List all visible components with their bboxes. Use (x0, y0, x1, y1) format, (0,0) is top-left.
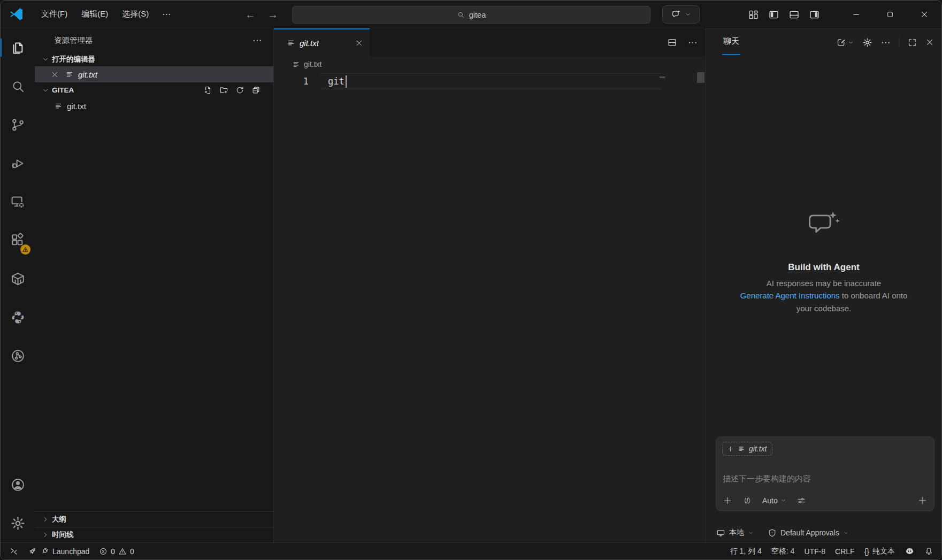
language-mode-status[interactable]: {} 纯文本 (860, 543, 900, 560)
remote-indicator[interactable] (5, 543, 23, 560)
launchpad-status-item[interactable]: Launchpad (23, 543, 94, 560)
window-controls (839, 1, 941, 28)
tree-item-git-txt[interactable]: git.txt (35, 98, 273, 114)
activity-search[interactable] (1, 67, 35, 105)
activity-remote-explorer[interactable] (1, 182, 35, 221)
activity-git-graph[interactable] (1, 336, 35, 375)
activity-extensions[interactable] (1, 221, 35, 259)
activity-containers[interactable] (1, 259, 35, 298)
sidebar-more-actions-button[interactable]: ⋯ (252, 35, 262, 46)
add-context-button[interactable] (723, 496, 732, 505)
refresh-explorer-button[interactable] (235, 86, 244, 95)
language-label: 纯文本 (872, 547, 895, 556)
menu-file[interactable]: 文件(F) (34, 6, 74, 22)
remote-explorer-icon (10, 194, 26, 210)
model-picker[interactable]: Auto (762, 496, 786, 505)
close-panel-button[interactable] (925, 38, 934, 47)
collapse-folders-button[interactable] (251, 86, 261, 95)
close-window-button[interactable] (907, 1, 941, 28)
tab-git-txt[interactable]: git.txt (274, 28, 370, 56)
welcome-title: Build with Agent (788, 262, 859, 273)
timeline-label: 时间线 (52, 530, 74, 540)
line-number: 1 (274, 73, 316, 89)
outline-section-header[interactable]: 大纲 (35, 511, 273, 527)
close-tab-button[interactable] (355, 39, 363, 47)
new-folder-button[interactable] (219, 86, 228, 95)
session-location-label: 本地 (729, 528, 744, 538)
vscode-logo-icon (9, 7, 24, 21)
welcome-paragraph: Generate Agent Instructions to onboard A… (738, 289, 909, 315)
toggle-panel-button[interactable] (788, 9, 800, 20)
timeline-section-header[interactable]: 时间线 (35, 527, 273, 542)
model-label: Auto (762, 496, 778, 505)
tools-icon[interactable] (742, 496, 752, 505)
activity-account[interactable] (1, 465, 35, 504)
maximize-panel-button[interactable] (908, 38, 917, 47)
minimize-button[interactable] (839, 1, 873, 28)
activity-source-control[interactable] (1, 105, 35, 144)
session-location-picker[interactable]: 本地 (716, 528, 754, 538)
indentation-status[interactable]: 空格: 4 (767, 543, 800, 560)
navigate-back-button[interactable]: ← (241, 1, 259, 28)
open-editor-item-git-txt[interactable]: git.txt (35, 66, 273, 82)
activity-run-debug[interactable] (1, 144, 35, 182)
welcome-subtitle: AI responses may be inaccurate (767, 279, 881, 288)
chat-input[interactable] (723, 461, 928, 495)
files-icon (10, 40, 26, 56)
editor-code-area[interactable]: 1 git (274, 72, 706, 542)
menu-selection[interactable]: 选择(S) (115, 6, 156, 22)
chat-more-actions-button[interactable]: ⋯ (881, 37, 890, 48)
maximize-button[interactable] (873, 1, 907, 28)
toggle-secondary-sidebar-button[interactable] (809, 9, 820, 20)
code-line-text: git (328, 73, 344, 89)
copilot-icon (905, 546, 915, 556)
tab-chat[interactable]: 聊天 (722, 28, 740, 55)
command-center-search[interactable]: gitea (292, 6, 650, 24)
activity-python[interactable] (1, 298, 35, 336)
navigate-forward-button[interactable]: → (264, 1, 282, 28)
folder-actions (203, 86, 261, 95)
toggle-primary-sidebar-button[interactable] (768, 9, 779, 20)
open-editors-label: 打开的编辑器 (52, 55, 95, 64)
indentation-label: 空格: 4 (771, 547, 795, 556)
editor-more-actions-button[interactable]: ⋯ (688, 37, 697, 48)
chat-input-container[interactable]: git.txt Auto (716, 436, 935, 511)
debug-icon (10, 156, 26, 171)
chevron-down-icon (780, 497, 786, 503)
folder-section-header[interactable]: GITEA (35, 82, 273, 98)
open-editors-section-header[interactable]: 打开的编辑器 (35, 52, 273, 66)
editor-scrollbar[interactable] (697, 72, 704, 83)
activity-explorer[interactable] (1, 28, 35, 67)
new-file-button[interactable] (203, 86, 212, 95)
plug-icon (40, 547, 49, 556)
context-chip[interactable]: git.txt (722, 442, 772, 456)
chat-settings-button[interactable] (862, 37, 872, 48)
remote-icon (10, 547, 18, 556)
cursor-position-status[interactable]: 行 1, 列 4 (725, 543, 767, 560)
new-chat-button[interactable] (836, 37, 854, 48)
send-button[interactable] (917, 495, 928, 505)
eol-status[interactable]: CRLF (830, 543, 860, 560)
menu-overflow-button[interactable]: ⋯ (156, 6, 178, 22)
split-editor-button[interactable] (667, 37, 677, 48)
braces-icon: {} (864, 547, 869, 556)
copilot-status[interactable] (900, 543, 920, 560)
approvals-picker[interactable]: Default Approvals (768, 528, 849, 538)
activity-settings[interactable] (1, 504, 35, 542)
launchpad-label: Launchpad (52, 547, 89, 556)
copilot-button[interactable] (662, 5, 700, 24)
generate-agent-instructions-link[interactable]: Generate Agent Instructions (740, 291, 840, 300)
menu-edit[interactable]: 编辑(E) (74, 6, 115, 22)
sliders-icon[interactable] (797, 496, 806, 505)
python-icon (10, 310, 26, 325)
text-file-icon (54, 102, 63, 110)
close-editor-icon[interactable] (51, 71, 59, 79)
notifications-status[interactable] (920, 543, 938, 560)
eol-label: CRLF (835, 547, 855, 556)
menu-bar: 文件(F) 编辑(E) 选择(S) ⋯ (34, 6, 178, 22)
breadcrumb[interactable]: git.txt (274, 56, 706, 72)
status-left: Launchpad 0 0 (5, 543, 139, 560)
problems-status-item[interactable]: 0 0 (94, 543, 139, 560)
customize-layout-button[interactable] (748, 9, 759, 20)
encoding-status[interactable]: UTF-8 (799, 543, 830, 560)
